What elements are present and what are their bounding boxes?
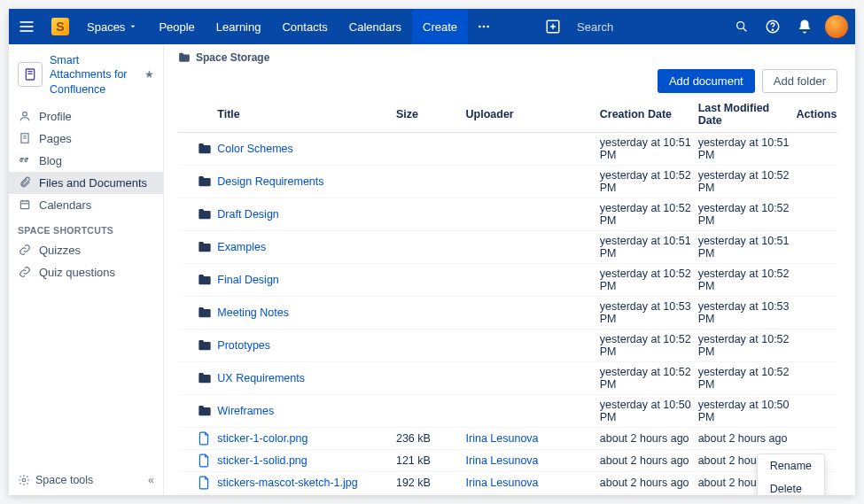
folder-icon — [198, 405, 210, 417]
space-header[interactable]: Smart Attachments for Confluence ★ — [9, 44, 163, 105]
nav-people[interactable]: People — [148, 9, 205, 44]
sidebar-footer: Space tools « — [9, 465, 163, 495]
row-modified: yesterday at 10:53 PM — [695, 297, 793, 330]
star-icon[interactable]: ★ — [144, 68, 154, 81]
col-created[interactable]: Creation Date — [596, 97, 695, 133]
sidebar-item-profile[interactable]: Profile — [9, 105, 163, 128]
user-icon — [18, 110, 32, 122]
folder-row[interactable]: Meeting Notesyesterday at 10:53 PMyester… — [178, 297, 837, 330]
notifications-icon[interactable] — [790, 12, 820, 42]
svg-point-16 — [23, 112, 27, 117]
sidebar-item-pages[interactable]: Pages — [9, 128, 163, 150]
col-modified[interactable]: Last Modified Date — [695, 97, 793, 133]
folder-row[interactable]: Final Designyesterday at 10:52 PMyesterd… — [178, 264, 837, 297]
row-created: about 2 hours ago — [596, 450, 695, 472]
add-folder-button[interactable]: Add folder — [762, 69, 837, 93]
row-title[interactable]: sticker-1-color.png — [217, 432, 307, 445]
row-created: yesterday at 10:51 PM — [596, 133, 695, 166]
search-box[interactable] — [570, 19, 756, 34]
sidebar-item-label: Pages — [39, 132, 72, 145]
context-menu-delete[interactable]: Delete — [758, 477, 824, 495]
shortcut-quizzes[interactable]: Quizzes — [9, 239, 163, 261]
create-button[interactable]: Create — [412, 9, 468, 44]
nav-calendars[interactable]: Calendars — [339, 9, 412, 44]
row-size: 121 kB — [393, 450, 463, 472]
row-created: yesterday at 10:52 PM — [596, 362, 695, 395]
svg-rect-0 — [20, 21, 34, 23]
shortcut-label: Quiz questions — [39, 266, 115, 279]
nav-learning[interactable]: Learning — [206, 9, 272, 44]
file-row[interactable]: sticker-1-solid.png121 kBIrina Lesunovaa… — [178, 450, 837, 472]
link-icon — [18, 244, 32, 256]
row-modified: yesterday at 10:52 PM — [695, 166, 793, 198]
sidebar-item-calendars[interactable]: Calendars — [9, 194, 163, 216]
app-switcher-icon[interactable] — [9, 9, 44, 44]
cal-icon — [18, 198, 32, 211]
more-nav-icon[interactable] — [468, 9, 500, 44]
row-title[interactable]: Design Requirements — [217, 175, 323, 188]
sidebar-item-blog[interactable]: Blog — [9, 150, 163, 172]
row-created: yesterday at 10:52 PM — [596, 330, 695, 362]
context-menu-rename[interactable]: Rename — [758, 454, 824, 477]
collapse-sidebar-icon[interactable]: « — [148, 474, 154, 486]
search-icon[interactable] — [735, 19, 749, 34]
quick-create-icon[interactable] — [538, 12, 568, 42]
space-title[interactable]: Smart Attachments for Confluence — [50, 53, 137, 97]
file-row[interactable]: stickers-sketch-1.jpg502 kBIrina Lesunov… — [178, 494, 837, 496]
folder-row[interactable]: Draft Designyesterday at 10:52 PMyesterd… — [178, 198, 837, 231]
row-title[interactable]: Prototypes — [217, 339, 270, 352]
row-title[interactable]: stickers-mascot-sketch-1.jpg — [217, 477, 357, 489]
row-title[interactable]: Meeting Notes — [217, 306, 289, 319]
row-created: yesterday at 10:53 PM — [596, 297, 695, 330]
search-input[interactable] — [577, 20, 728, 34]
help-icon[interactable] — [758, 12, 788, 42]
sidebar-item-files-and-documents[interactable]: Files and Documents — [9, 172, 163, 194]
row-title[interactable]: Examples — [217, 241, 266, 253]
row-modified: yesterday at 10:52 PM — [695, 264, 793, 297]
nav-contacts[interactable]: Contacts — [271, 9, 338, 44]
col-title[interactable]: Title — [214, 97, 393, 133]
row-title[interactable]: sticker-1-solid.png — [217, 454, 307, 467]
row-uploader[interactable]: Irina Lesunova — [466, 454, 539, 467]
row-title[interactable]: Final Design — [217, 274, 278, 286]
col-uploader[interactable]: Uploader — [463, 97, 596, 133]
folder-row[interactable]: Design Requirementsyesterday at 10:52 PM… — [178, 166, 837, 198]
shortcuts-header: SPACE SHORTCUTS — [9, 216, 163, 239]
sidebar-item-label: Calendars — [39, 198, 91, 212]
folder-row[interactable]: Prototypesyesterday at 10:52 PMyesterday… — [178, 330, 837, 362]
folder-row[interactable]: Color Schemesyesterday at 10:51 PMyester… — [178, 133, 837, 166]
space-tools-button[interactable]: Space tools — [18, 474, 93, 486]
space-icon — [18, 62, 43, 87]
folder-row[interactable]: UX Requirementsyesterday at 10:52 PMyest… — [178, 362, 837, 395]
add-document-button[interactable]: Add document — [658, 69, 755, 93]
svg-rect-1 — [20, 26, 34, 27]
row-modified: yesterday at 10:52 PM — [695, 198, 793, 231]
quote-icon — [18, 154, 32, 167]
row-title[interactable]: UX Requirements — [217, 372, 305, 384]
row-created: yesterday at 10:50 PM — [596, 395, 695, 428]
folder-row[interactable]: Examplesyesterday at 10:51 PMyesterday a… — [178, 231, 837, 264]
breadcrumb[interactable]: Space Storage — [178, 51, 837, 64]
file-row[interactable]: sticker-1-color.png236 kBIrina Lesunovaa… — [178, 428, 837, 450]
folder-icon — [198, 274, 210, 286]
file-icon — [198, 454, 210, 468]
svg-rect-20 — [20, 201, 28, 209]
svg-point-5 — [486, 26, 489, 28]
col-size[interactable]: Size — [393, 97, 463, 133]
file-row[interactable]: stickers-mascot-sketch-1.jpg192 kBIrina … — [178, 472, 837, 494]
row-uploader[interactable]: Irina Lesunova — [466, 477, 539, 489]
user-avatar[interactable] — [825, 15, 848, 38]
row-title[interactable]: Color Schemes — [217, 143, 292, 155]
product-logo[interactable]: S — [50, 16, 71, 37]
sidebar-item-label: Files and Documents — [39, 176, 147, 190]
shortcut-quiz-questions[interactable]: Quiz questions — [9, 261, 163, 283]
folder-icon — [198, 175, 210, 188]
folder-row[interactable]: Wireframesyesterday at 10:50 PMyesterday… — [178, 395, 837, 428]
row-modified: yesterday at 10:52 PM — [695, 330, 793, 362]
row-size: 502 kB — [393, 494, 463, 496]
row-uploader[interactable]: Irina Lesunova — [466, 432, 539, 445]
row-title[interactable]: Wireframes — [217, 405, 274, 417]
row-created: yesterday at 10:52 PM — [596, 166, 695, 198]
nav-spaces[interactable]: Spaces — [76, 9, 148, 44]
row-title[interactable]: Draft Design — [217, 208, 278, 221]
